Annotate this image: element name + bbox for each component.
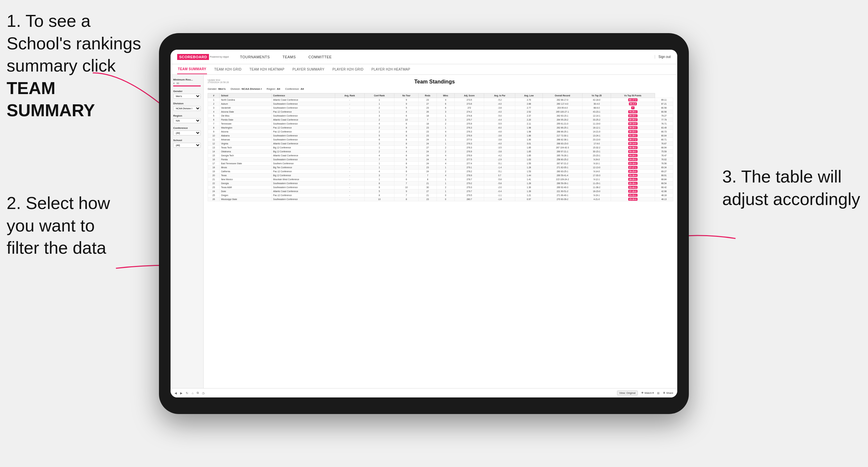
table-cell: - xyxy=(335,98,364,102)
table-cell: 276.9 xyxy=(454,154,484,158)
table-cell: 255 61-21-0 xyxy=(542,122,583,126)
tab-player-h2h-grid[interactable]: PLAYER H2H GRID xyxy=(332,64,364,74)
filter-bar-conference: Conference: All xyxy=(285,88,304,90)
table-cell: 276.3 xyxy=(454,126,484,130)
table-cell: 23 xyxy=(418,98,437,102)
timer-icon[interactable]: ◷ xyxy=(202,392,205,395)
col-vs-top25: Vs Top 25 xyxy=(583,93,611,98)
table-cell: 3 xyxy=(364,174,395,178)
tab-team-h2h-heatmap[interactable]: TEAM H2H HEATMAP xyxy=(249,64,285,74)
table-row: 24DukeAtlantic Coast Conference-59271279… xyxy=(208,189,673,193)
table-cell: Southeastern Conference xyxy=(272,134,335,138)
tab-team-h2h-grid[interactable]: TEAM H2H GRID xyxy=(214,64,242,74)
table-cell: 270 60-39-2 xyxy=(542,197,583,201)
table-cell: 80.73 xyxy=(655,130,673,134)
gender-select[interactable]: Men's xyxy=(173,94,201,99)
table-cell: 10 xyxy=(364,197,395,201)
table-cell: Texas Tech xyxy=(220,146,272,150)
table-row: 2AuburnSoutheastern Conference-19276273.… xyxy=(208,102,673,106)
table-cell: 24-25-2 xyxy=(611,158,655,162)
table-cell: 9 xyxy=(395,165,418,169)
table-cell: 21 xyxy=(418,193,437,197)
table-cell: 2 xyxy=(437,146,454,150)
back-icon[interactable]: ◀ xyxy=(175,392,177,395)
table-cell: 5 xyxy=(395,106,418,110)
table-cell: 76.56 xyxy=(655,162,673,165)
watch-button[interactable]: 👁 Watch ▾ xyxy=(641,392,654,395)
nav-tournaments[interactable]: TOURNAMENTS xyxy=(239,55,271,59)
table-cell: - xyxy=(335,178,364,182)
table-cell: 36-17-2 xyxy=(611,138,655,142)
tab-team-summary[interactable]: TEAM SUMMARY xyxy=(177,64,207,74)
table-row: 23Texas A&MSoutheastern Conference-91030… xyxy=(208,185,673,189)
table-cell: 42.98 xyxy=(655,189,673,193)
forward-icon[interactable]: ▶ xyxy=(180,392,183,395)
table-cell: 28-20-1 xyxy=(611,178,655,182)
table-cell: Pac-12 Conference xyxy=(272,126,335,130)
table-cell: 2 xyxy=(437,150,454,154)
table-cell: 273.6 xyxy=(454,102,484,106)
table-cell: Arizona xyxy=(220,130,272,134)
table-cell: 24 xyxy=(418,142,437,146)
table-cell: - xyxy=(335,162,364,165)
table-row: 20TexasBig 12 Conference-3774278.90.71.4… xyxy=(208,174,673,178)
eye-icon: 👁 xyxy=(641,392,644,395)
school-select[interactable]: (All) xyxy=(173,143,201,148)
home-icon[interactable]: ⌂ xyxy=(192,392,193,395)
table-row: 5Ole MissSoutheastern Conference-3618127… xyxy=(208,114,673,118)
table-cell: 27 xyxy=(418,146,437,150)
table-cell: 17-33-3 xyxy=(583,174,611,178)
table-cell: 1 xyxy=(437,182,454,185)
table-cell: 3 xyxy=(437,134,454,138)
table-cell: -4.0 xyxy=(484,142,515,146)
table-cell: 18-12-1 xyxy=(583,126,611,130)
table-cell: 260 117-4-0 xyxy=(542,102,583,106)
table-cell: 1 xyxy=(437,178,454,182)
table-cell: -2.9 xyxy=(484,158,515,162)
table-cell: 69.34 xyxy=(655,165,673,169)
table-cell: 23 xyxy=(418,130,437,134)
region-select[interactable]: N/A xyxy=(173,118,201,123)
table-cell: - xyxy=(335,106,364,110)
tab-player-summary[interactable]: PLAYER SUMMARY xyxy=(292,64,325,74)
table-cell: 1.41 xyxy=(515,178,542,182)
table-row: 17East Tennessee StateSouthern Conferenc… xyxy=(208,162,673,165)
table-cell: 267 87-21-2 xyxy=(542,162,583,165)
table-cell: - xyxy=(335,154,364,158)
reload-icon[interactable]: ↻ xyxy=(186,392,188,395)
table-cell: Illinois xyxy=(220,165,272,169)
minimum-rou-slider[interactable] xyxy=(173,86,201,87)
table-cell: 26 xyxy=(208,197,220,201)
table-cell: 18 xyxy=(418,114,437,118)
table-cell: -4.0 xyxy=(484,102,515,106)
sign-out-button[interactable]: Sign out xyxy=(655,55,671,59)
view-original-button[interactable]: View: Original xyxy=(617,391,638,396)
col-conf-rank: Conf Rank xyxy=(364,93,395,98)
table-cell: - xyxy=(335,102,364,106)
table-cell: 4 xyxy=(437,158,454,162)
app-logo: SCOREBOARD xyxy=(177,54,209,60)
table-cell: 79.27 xyxy=(655,114,673,118)
table-cell: 7 xyxy=(364,158,395,162)
table-cell: 203 95-6-0 xyxy=(542,106,583,110)
division-select[interactable]: NCAA Division I xyxy=(173,106,201,111)
table-cell: - xyxy=(335,142,364,146)
table-cell: 277.5 xyxy=(454,158,484,162)
table-cell: 9-10-1 xyxy=(583,162,611,165)
table-cell: 24 xyxy=(418,150,437,154)
table-cell: North Carolina xyxy=(220,98,272,102)
conference-select[interactable]: (All) xyxy=(173,130,201,135)
share-button[interactable]: ⬆ Share xyxy=(663,392,673,395)
table-cell: 30-23-1 xyxy=(611,130,655,134)
nav-teams[interactable]: TEAMS xyxy=(281,55,297,59)
col-avg-rank: Avg. Rank xyxy=(335,93,364,98)
table-cell: 11-29-1 xyxy=(583,182,611,185)
copy-icon[interactable]: ⧉ xyxy=(197,391,199,395)
table-cell: 1 xyxy=(364,110,395,114)
table-cell: 10 xyxy=(208,134,220,138)
nav-committee[interactable]: COMMITTEE xyxy=(307,55,333,59)
grid-icon[interactable]: ⊞ xyxy=(657,392,660,395)
tab-player-h2h-heatmap[interactable]: PLAYER H2H HEATMAP xyxy=(371,64,411,74)
table-cell: 20 xyxy=(208,174,220,178)
table-cell: -3.6 xyxy=(484,134,515,138)
